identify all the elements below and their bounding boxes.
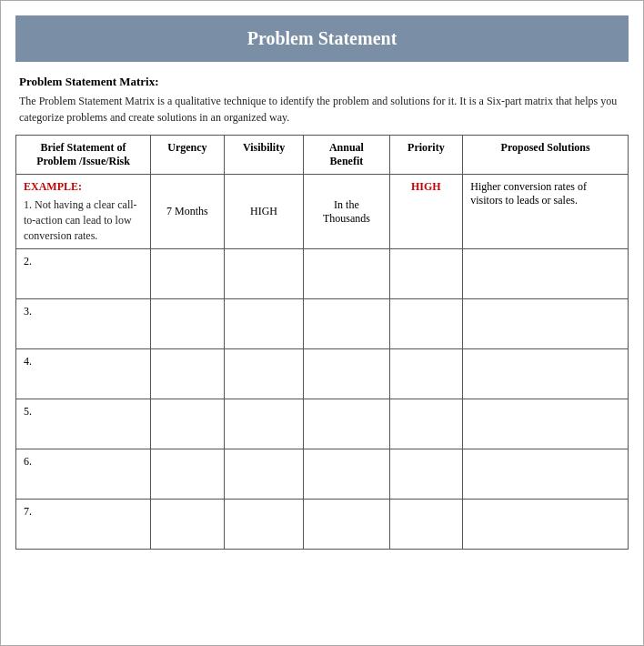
col-header-visibility: Visibility — [224, 136, 303, 175]
col-header-urgency: Urgency — [151, 136, 225, 175]
page-container: Problem Statement Problem Statement Matr… — [0, 0, 644, 646]
row-4-annual — [304, 349, 389, 399]
example-urgency-cell: 7 Months — [151, 175, 225, 249]
row-5-annual — [304, 399, 389, 449]
row-7-proposed — [463, 500, 629, 550]
table-row-5: 5. — [16, 399, 629, 449]
row-4-proposed — [463, 349, 629, 399]
description-title: Problem Statement Matrix: — [19, 75, 625, 89]
row-7-urgency — [151, 500, 225, 550]
description-text: The Problem Statement Matrix is a qualit… — [19, 93, 625, 126]
header-title: Problem Statement — [247, 28, 397, 48]
row-7-number: 7. — [16, 500, 151, 550]
example-row: EXAMPLE: 1. Not having a clear call-to-a… — [16, 175, 629, 249]
row-2-annual — [304, 249, 389, 299]
row-2-number: 2. — [16, 249, 151, 299]
example-proposed-solutions-cell: Higher conversion rates of visitors to l… — [463, 175, 629, 249]
row-3-visibility — [224, 299, 303, 349]
row-5-number: 5. — [16, 399, 151, 449]
example-priority-cell: HIGH — [389, 175, 463, 249]
row-5-visibility — [224, 399, 303, 449]
row-5-proposed — [463, 399, 629, 449]
table-row-4: 4. — [16, 349, 629, 399]
example-brief-text: 1. Not having a clear call-to-action can… — [24, 197, 143, 243]
row-3-proposed — [463, 299, 629, 349]
header-banner: Problem Statement — [15, 15, 629, 62]
example-label: EXAMPLE: — [24, 180, 143, 194]
problem-matrix-table: Brief Statement of Problem /Issue/Risk U… — [15, 135, 629, 550]
row-4-number: 4. — [16, 349, 151, 399]
example-visibility-cell: HIGH — [224, 175, 303, 249]
col-header-priority: Priority — [389, 136, 463, 175]
row-3-priority — [389, 299, 463, 349]
description-section: Problem Statement Matrix: The Problem St… — [1, 62, 643, 135]
row-6-priority — [389, 449, 463, 500]
row-3-urgency — [151, 299, 225, 349]
row-7-annual — [304, 500, 389, 550]
row-6-visibility — [224, 449, 303, 500]
row-5-urgency — [151, 399, 225, 449]
row-6-number: 6. — [16, 449, 151, 500]
table-row-6: 6. — [16, 449, 629, 500]
row-4-priority — [389, 349, 463, 399]
row-4-visibility — [224, 349, 303, 399]
row-6-annual — [304, 449, 389, 500]
row-7-priority — [389, 500, 463, 550]
row-5-priority — [389, 399, 463, 449]
row-2-urgency — [151, 249, 225, 299]
row-3-annual — [304, 299, 389, 349]
table-row-3: 3. — [16, 299, 629, 349]
row-2-priority — [389, 249, 463, 299]
example-brief-cell: EXAMPLE: 1. Not having a clear call-to-a… — [16, 175, 151, 249]
example-annual-benefit-cell: In the Thousands — [304, 175, 389, 249]
row-2-proposed — [463, 249, 629, 299]
col-header-annual-benefit: Annual Benefit — [304, 136, 389, 175]
row-7-visibility — [224, 500, 303, 550]
row-2-visibility — [224, 249, 303, 299]
table-row-7: 7. — [16, 500, 629, 550]
row-6-urgency — [151, 449, 225, 500]
col-header-proposed-solutions: Proposed Solutions — [463, 136, 629, 175]
col-header-brief: Brief Statement of Problem /Issue/Risk — [16, 136, 151, 175]
matrix-wrapper: Brief Statement of Problem /Issue/Risk U… — [1, 135, 643, 564]
row-6-proposed — [463, 449, 629, 500]
row-4-urgency — [151, 349, 225, 399]
row-3-number: 3. — [16, 299, 151, 349]
table-row-2: 2. — [16, 249, 629, 299]
